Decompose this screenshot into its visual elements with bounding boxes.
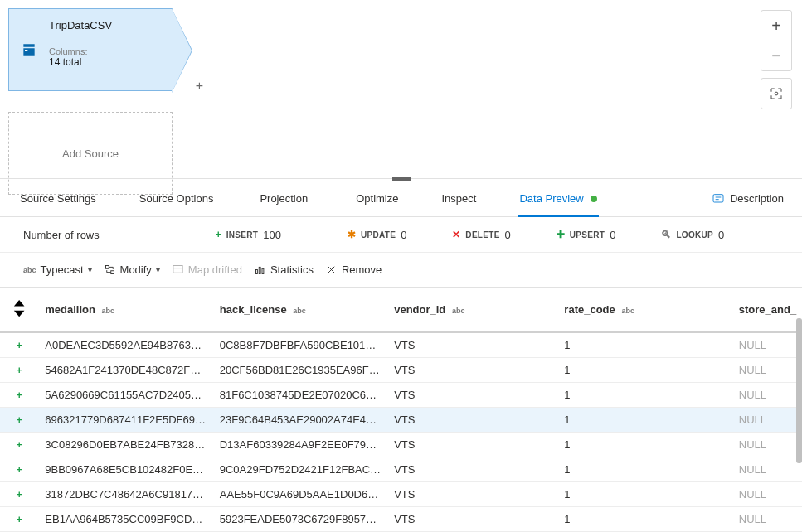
rows-label: Number of rows xyxy=(23,229,100,241)
cell-store: NULL xyxy=(732,507,802,532)
cell-rate-code: 1 xyxy=(557,408,732,433)
tab-optimize[interactable]: Optimize xyxy=(354,181,400,216)
cell-rate-code: 1 xyxy=(557,433,732,457)
cell-store: NULL xyxy=(732,358,802,383)
source-icon xyxy=(9,9,49,90)
table-row[interactable]: +A0DEAEC3D5592AE94B87635…0C8B8F7DBFBFA59… xyxy=(0,332,802,358)
cell-rate-code: 1 xyxy=(557,383,732,408)
cell-medallion: 696321779D687411F2E5DF69… xyxy=(38,408,212,433)
cell-rate-code: 1 xyxy=(557,507,732,532)
svg-rect-7 xyxy=(262,268,264,273)
cell-hack-license: 0C8B8F7DBFBFA590CBE10177… xyxy=(213,332,387,358)
insert-icon: + xyxy=(17,489,22,501)
add-source-button[interactable]: Add Source xyxy=(8,112,173,195)
table-row[interactable]: +5A6290669C61155AC7D2405…81F6C1038745DE2… xyxy=(0,383,802,408)
cell-store: NULL xyxy=(732,332,802,358)
insert-icon: + xyxy=(17,414,22,426)
table-row[interactable]: +3C08296D0EB7ABE24FB7328…D13AF60339284A9… xyxy=(0,433,802,457)
cell-vendor-id: VTS xyxy=(387,408,557,433)
zoom-out-button[interactable]: − xyxy=(761,41,791,70)
cell-store: NULL xyxy=(732,408,802,433)
data-table: medallion abc hack_license abc vendor_id… xyxy=(0,288,802,532)
cell-medallion: 54682A1F241370DE48C872FE… xyxy=(38,358,212,383)
cell-hack-license: 81F6C1038745DE2E07020C64… xyxy=(213,383,387,408)
cell-store: NULL xyxy=(732,457,802,482)
cell-vendor-id: VTS xyxy=(387,332,557,358)
tab-inspect[interactable]: Inspect xyxy=(440,181,479,216)
table-row[interactable]: +EB1AA964B5735CC09BF9CD4…5923FEADE5073C6… xyxy=(0,507,802,532)
data-table-wrap[interactable]: medallion abc hack_license abc vendor_id… xyxy=(0,287,802,532)
table-row[interactable]: +54682A1F241370DE48C872FE…20CF56BD81E26C… xyxy=(0,358,802,383)
cell-medallion: 9BB0967A68E5CB102482F0E1… xyxy=(38,457,212,482)
table-row[interactable]: +31872DBC7C48642A6C91817…AAE55F0C9A69D5A… xyxy=(0,482,802,507)
svg-rect-3 xyxy=(110,271,114,274)
cell-hack-license: 5923FEADE5073C6729F8957E… xyxy=(213,507,387,532)
svg-rect-4 xyxy=(173,266,182,273)
table-row[interactable]: +9BB0967A68E5CB102482F0E1…9C0A29FD752D24… xyxy=(0,457,802,482)
insert-icon: + xyxy=(17,389,22,401)
cell-hack-license: AAE55F0C9A69D5AAE1D0D6F… xyxy=(213,482,387,507)
bottom-panel: Source SettingsSource OptionsProjectionO… xyxy=(0,178,802,532)
cell-hack-license: D13AF60339284A9F2EE0F791… xyxy=(213,433,387,457)
scrollbar-thumb[interactable] xyxy=(796,318,802,463)
cell-vendor-id: VTS xyxy=(387,433,557,457)
cell-hack-license: 9C0A29FD752D2421F12FBAC… xyxy=(213,457,387,482)
svg-rect-1 xyxy=(713,194,723,201)
table-row[interactable]: +696321779D687411F2E5DF69…23F9C64B453AE2… xyxy=(0,408,802,433)
fit-to-screen-button[interactable] xyxy=(761,79,791,109)
typecast-button[interactable]: abc Typecast ▾ xyxy=(23,264,92,276)
insert-icon: + xyxy=(17,514,22,525)
stat-upsert: ✚ UPSERT 0 xyxy=(557,229,616,241)
cell-hack-license: 20CF56BD81E26C1935EA96F9… xyxy=(213,358,387,383)
col-vendor-id[interactable]: vendor_id abc xyxy=(387,288,557,332)
modify-button[interactable]: Modify ▾ xyxy=(104,264,160,276)
cell-store: NULL xyxy=(732,433,802,457)
cell-rate-code: 1 xyxy=(557,482,732,507)
cell-rate-code: 1 xyxy=(557,332,732,358)
svg-rect-5 xyxy=(255,270,257,274)
description-button[interactable]: Description xyxy=(712,192,784,206)
col-sort[interactable] xyxy=(0,288,38,332)
node-columns-label: Columns: xyxy=(49,46,112,56)
cell-vendor-id: VTS xyxy=(387,482,557,507)
cell-medallion: 5A6290669C61155AC7D2405… xyxy=(38,383,212,408)
cell-vendor-id: VTS xyxy=(387,358,557,383)
insert-icon: + xyxy=(17,365,22,376)
cell-medallion: 31872DBC7C48642A6C91817… xyxy=(38,482,212,507)
col-store-and-fwd[interactable]: store_and_ xyxy=(732,288,802,332)
svg-point-0 xyxy=(775,92,778,95)
cell-medallion: A0DEAEC3D5592AE94B87635… xyxy=(38,332,212,358)
stats-row: Number of rows + INSERT 100 ✱ UPDATE 0 ✕… xyxy=(0,217,802,252)
source-node[interactable]: TripDataCSV Columns: 14 total + xyxy=(8,8,173,91)
cell-rate-code: 1 xyxy=(557,457,732,482)
insert-icon: + xyxy=(17,340,22,351)
col-medallion[interactable]: medallion abc xyxy=(38,288,212,332)
svg-rect-2 xyxy=(105,266,109,269)
node-columns-value: 14 total xyxy=(49,56,112,68)
canvas[interactable]: TripDataCSV Columns: 14 total + Add Sour… xyxy=(0,0,802,178)
zoom-in-button[interactable]: + xyxy=(761,11,791,41)
svg-rect-6 xyxy=(259,267,260,273)
add-step-button[interactable]: + xyxy=(196,79,203,94)
col-hack-license[interactable]: hack_license abc xyxy=(213,288,387,332)
stat-lookup: 🔍︎ LOOKUP 0 xyxy=(661,229,724,241)
cell-store: NULL xyxy=(732,482,802,507)
tab-data-preview[interactable]: Data Preview xyxy=(518,181,598,216)
preview-toolbar: abc Typecast ▾ Modify ▾ Map drifted Stat… xyxy=(0,252,802,287)
remove-button[interactable]: Remove xyxy=(325,264,382,276)
tab-projection[interactable]: Projection xyxy=(258,181,309,216)
cell-rate-code: 1 xyxy=(557,358,732,383)
stat-delete: ✕ DELETE 0 xyxy=(452,229,510,241)
stat-insert: + INSERT 100 xyxy=(216,229,281,241)
cell-medallion: EB1AA964B5735CC09BF9CD4… xyxy=(38,507,212,532)
map-drifted-button: Map drifted xyxy=(172,264,242,276)
cell-vendor-id: VTS xyxy=(387,507,557,532)
cell-vendor-id: VTS xyxy=(387,457,557,482)
cell-vendor-id: VTS xyxy=(387,383,557,408)
col-rate-code[interactable]: rate_code abc xyxy=(557,288,732,332)
stat-update: ✱ UPDATE 0 xyxy=(348,229,406,241)
cell-medallion: 3C08296D0EB7ABE24FB7328… xyxy=(38,433,212,457)
cell-hack-license: 23F9C64B453AE29002A74E46… xyxy=(213,408,387,433)
statistics-button[interactable]: Statistics xyxy=(254,264,314,276)
insert-icon: + xyxy=(17,464,22,476)
